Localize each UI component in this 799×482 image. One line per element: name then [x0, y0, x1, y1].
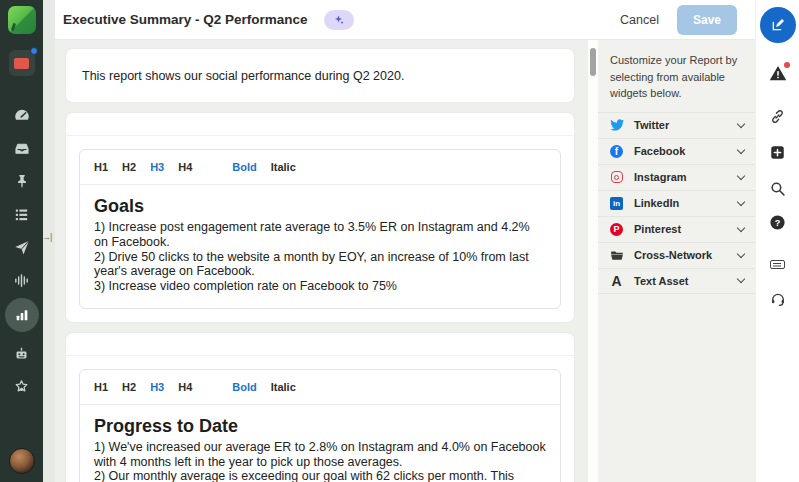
- linkedin-icon: in: [609, 196, 624, 211]
- widget-row-label: Text Asset: [634, 275, 688, 287]
- widget-row-instagram[interactable]: Instagram: [598, 164, 755, 190]
- chevron-down-icon: [737, 275, 745, 283]
- widget-row-cross-network[interactable]: Cross-Network: [598, 242, 755, 268]
- widget-drag-header[interactable]: [66, 113, 574, 136]
- support-headset-icon[interactable]: [767, 288, 789, 310]
- chevron-down-icon: [737, 223, 745, 231]
- text-widget-progress[interactable]: H1 H2 H3 H4 Bold Italic Progress to Date…: [65, 332, 575, 482]
- toolbar-h4[interactable]: H4: [178, 161, 192, 173]
- notification-dot: [30, 47, 38, 55]
- inbox-tray-icon[interactable]: [10, 136, 34, 160]
- save-button[interactable]: Save: [677, 5, 737, 35]
- report-canvas: This report shows our social performance…: [55, 40, 588, 482]
- report-description-text: This report shows our social performance…: [82, 69, 404, 83]
- search-icon[interactable]: [767, 177, 789, 199]
- toolbar-bold[interactable]: Bold: [232, 381, 256, 393]
- sparkle-icon: [333, 14, 345, 26]
- twitter-icon: [609, 118, 624, 133]
- toolbar-italic[interactable]: Italic: [271, 381, 296, 393]
- rich-text-editor[interactable]: H1 H2 H3 H4 Bold Italic Goals 1) Increas…: [79, 149, 561, 309]
- brand-glyph: [14, 58, 29, 69]
- toolbar-h1[interactable]: H1: [94, 381, 108, 393]
- canvas-scrollbar-track[interactable]: [588, 40, 598, 482]
- widget-row-label: LinkedIn: [634, 197, 679, 209]
- page-title: Executive Summary - Q2 Performance: [63, 12, 308, 27]
- add-plus-icon[interactable]: [767, 141, 789, 163]
- alert-badge-dot: [784, 62, 790, 68]
- alerts-warning-icon[interactable]: [767, 62, 789, 84]
- nav-gutter: →|: [43, 0, 55, 482]
- widget-drag-header[interactable]: [66, 333, 574, 356]
- progress-line: 2) Our monthly average is exceeding our …: [94, 469, 546, 482]
- toolbar-bold[interactable]: Bold: [232, 161, 256, 173]
- keyboard-shortcuts-icon[interactable]: [767, 253, 789, 275]
- goal-line: 2) Drive 50 clicks to the website a mont…: [94, 250, 546, 280]
- chevron-down-icon: [737, 249, 745, 257]
- widget-row-label: Pinterest: [634, 223, 681, 235]
- toolbar-italic[interactable]: Italic: [271, 161, 296, 173]
- chevron-down-icon: [737, 171, 745, 179]
- toolbar-h1[interactable]: H1: [94, 161, 108, 173]
- reports-nav-active[interactable]: [5, 298, 39, 332]
- pinterest-icon: P: [609, 222, 624, 237]
- widget-row-label: Cross-Network: [634, 249, 712, 261]
- widget-row-linkedin[interactable]: in LinkedIn: [598, 190, 755, 216]
- left-nav-rail: [0, 0, 43, 482]
- widget-row-twitter[interactable]: Twitter: [598, 112, 755, 138]
- report-builder-app: →| Executive Summary - Q2 Performance Ca…: [0, 0, 799, 482]
- widget-row-pinterest[interactable]: P Pinterest: [598, 216, 755, 242]
- facebook-icon: f: [609, 144, 624, 159]
- svg-text:?: ?: [775, 217, 781, 227]
- bar-chart-icon: [14, 307, 30, 323]
- chevron-down-icon: [737, 145, 745, 153]
- help-question-icon[interactable]: ?: [767, 211, 789, 233]
- cross-network-icon: [609, 248, 624, 263]
- user-avatar[interactable]: [9, 448, 35, 474]
- compose-pencil-icon: [770, 17, 786, 33]
- goal-line: 1) Increase post engagement rate average…: [94, 220, 546, 250]
- report-description-card[interactable]: This report shows our social performance…: [65, 48, 575, 103]
- canvas-scrollbar-thumb[interactable]: [590, 48, 596, 76]
- toolbar-h2[interactable]: H2: [122, 381, 136, 393]
- editor-content[interactable]: Goals 1) Increase post engagement rate a…: [80, 185, 560, 308]
- topbar: Executive Summary - Q2 Performance Cance…: [55, 0, 755, 40]
- widget-row-text-asset[interactable]: A Text Asset: [598, 268, 755, 294]
- goal-line: 3) Increase video completion rate on Fac…: [94, 279, 546, 294]
- toolbar-h3[interactable]: H3: [150, 161, 164, 173]
- widget-heading: Goals: [94, 196, 546, 217]
- toolbar-h3[interactable]: H3: [150, 381, 164, 393]
- cancel-button[interactable]: Cancel: [620, 13, 659, 27]
- widget-row-facebook[interactable]: f Facebook: [598, 138, 755, 164]
- chevron-down-icon: [737, 197, 745, 205]
- text-widget-goals[interactable]: H1 H2 H3 H4 Bold Italic Goals 1) Increas…: [65, 112, 575, 323]
- compose-button[interactable]: [760, 7, 796, 43]
- publish-plane-icon[interactable]: [10, 235, 34, 259]
- listening-wave-icon[interactable]: [10, 268, 34, 292]
- pin-icon[interactable]: [10, 169, 34, 193]
- reviews-star-icon[interactable]: [10, 374, 34, 398]
- dashboard-gauge-icon[interactable]: [10, 103, 34, 127]
- toolbar-h4[interactable]: H4: [178, 381, 192, 393]
- editor-toolbar: H1 H2 H3 H4 Bold Italic: [80, 150, 560, 185]
- collapse-handle-icon[interactable]: →|: [42, 233, 51, 242]
- toolbar-h2[interactable]: H2: [122, 161, 136, 173]
- editor-content[interactable]: Progress to Date 1) We've increased our …: [80, 405, 560, 482]
- instagram-icon: [609, 170, 624, 185]
- progress-line: 1) We've increased our average ER to 2.8…: [94, 440, 546, 470]
- widget-row-label: Instagram: [634, 171, 687, 183]
- feeds-list-icon[interactable]: [10, 202, 34, 226]
- rich-text-editor[interactable]: H1 H2 H3 H4 Bold Italic Progress to Date…: [79, 369, 561, 482]
- automation-robot-icon[interactable]: [10, 341, 34, 365]
- ai-sparkle-button[interactable]: [324, 10, 354, 30]
- panel-intro-text: Customize your Report by selecting from …: [598, 40, 755, 112]
- widget-heading: Progress to Date: [94, 416, 546, 437]
- widget-picker-panel: Customize your Report by selecting from …: [598, 40, 755, 482]
- widget-row-label: Twitter: [634, 119, 669, 131]
- link-icon[interactable]: [767, 105, 789, 127]
- text-asset-icon: A: [609, 273, 624, 288]
- brand-tile-icon[interactable]: [9, 50, 35, 76]
- editor-toolbar: H1 H2 H3 H4 Bold Italic: [80, 370, 560, 405]
- sprout-logo-icon[interactable]: [8, 6, 36, 34]
- utility-rail: ?: [755, 0, 799, 482]
- chevron-down-icon: [737, 119, 745, 127]
